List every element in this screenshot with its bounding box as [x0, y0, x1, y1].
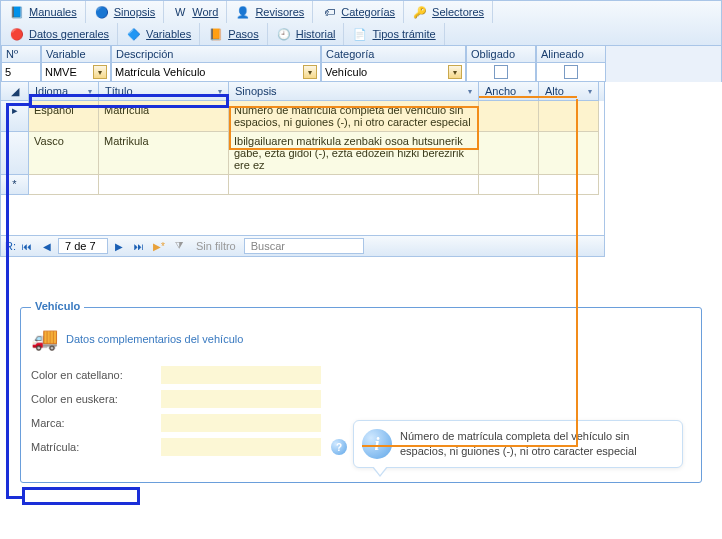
cell-titulo[interactable]: Matrikula	[99, 132, 229, 175]
truck-icon: 🚚	[31, 326, 58, 352]
section-subtitle: Datos complementarios del vehículo	[66, 333, 243, 345]
gh-titulo[interactable]: Título▾	[99, 82, 229, 101]
historial-icon: 🕘	[276, 26, 292, 42]
combo-categoria[interactable]: Vehículo▾	[322, 63, 465, 81]
toolbar-pasos[interactable]: 📙Pasos	[200, 23, 268, 45]
input-no[interactable]	[2, 63, 40, 81]
nav-position[interactable]: 7 de 7	[58, 238, 108, 254]
toolbar-selectores[interactable]: 🔑Selectores	[404, 1, 493, 23]
annotation-line	[6, 103, 30, 106]
combo-variable[interactable]: NMVE▾	[42, 63, 110, 81]
info-icon: i	[362, 429, 392, 459]
annotation-line	[6, 103, 9, 498]
selectores-icon: 🔑	[412, 4, 428, 20]
toolbar-revisores[interactable]: 👤Revisores	[227, 1, 313, 23]
cell-ancho[interactable]	[479, 132, 539, 175]
toolbar-datos-generales[interactable]: 🔴Datos generales	[1, 23, 118, 45]
gh-ancho[interactable]: Ancho▾	[479, 82, 539, 101]
col-variable[interactable]: Variable	[41, 46, 111, 63]
col-categoria[interactable]: Categoría	[321, 46, 466, 63]
categorías-icon: 🏷	[321, 4, 337, 20]
input-color-eu[interactable]	[161, 390, 321, 408]
toolbar-word[interactable]: WWord	[164, 1, 227, 23]
input-marca[interactable]	[161, 414, 321, 432]
filter-icon[interactable]: ⧩	[170, 238, 188, 254]
nav-last-icon[interactable]: ⏭	[130, 238, 148, 254]
toolbar-sinopsis[interactable]: 🔵Sinopsis	[86, 1, 165, 23]
label-marca: Marca:	[31, 417, 161, 429]
col-obligado[interactable]: Obligado	[466, 46, 536, 63]
vehiculo-fieldset: Vehículo 🚚 Datos complementarios del veh…	[20, 307, 702, 483]
tooltip-callout: i Número de matrícula completa del vehíc…	[353, 420, 683, 468]
label-color-eu: Color en euskera:	[31, 393, 161, 405]
table-row-new[interactable]: *	[1, 175, 604, 195]
filter-label: Sin filtro	[196, 240, 236, 252]
sinopsis-icon: 🔵	[94, 4, 110, 20]
cell-ancho[interactable]	[479, 101, 539, 132]
manuales-icon: 📘	[9, 4, 25, 20]
table-row[interactable]: ▸EspañolMatrículaNúmero de matrícula com…	[1, 101, 604, 132]
chevron-down-icon[interactable]: ▾	[448, 65, 462, 79]
grid: ◢ Idioma▾ Título▾ Sinopsis▾ Ancho▾ Alto▾…	[0, 82, 605, 236]
checkbox-obligado[interactable]	[494, 65, 508, 79]
cell-alto[interactable]	[539, 132, 599, 175]
nav-new-icon[interactable]: ▶*	[150, 238, 168, 254]
chevron-down-icon[interactable]: ▾	[303, 65, 317, 79]
nav-first-icon[interactable]: ⏮	[18, 238, 36, 254]
label-matricula: Matrícula:	[31, 441, 161, 453]
gh-sinopsis[interactable]: Sinopsis▾	[229, 82, 479, 101]
input-matricula[interactable]	[161, 438, 321, 456]
annotation-line	[6, 496, 24, 499]
toolbar-manuales[interactable]: 📘Manuales	[1, 1, 86, 23]
cell-sinopsis[interactable]: Ibilgailuaren matrikula zenbaki osoa hut…	[229, 132, 479, 175]
chevron-down-icon[interactable]: ▾	[93, 65, 107, 79]
toolbar: 📘Manuales🔵SinopsisWWord👤Revisores🏷Catego…	[0, 0, 722, 46]
combo-descripcion[interactable]: Matrícula Vehículo▾	[112, 63, 320, 81]
toolbar-variables[interactable]: 🔷Variables	[118, 23, 200, 45]
field-value-row: NMVE▾ Matrícula Vehículo▾ Vehículo▾	[0, 63, 722, 82]
fieldset-legend: Vehículo	[31, 300, 84, 312]
col-alineado[interactable]: Alineado	[536, 46, 606, 63]
gh-alto[interactable]: Alto▾	[539, 82, 599, 101]
cell-idioma[interactable]: Vasco	[29, 132, 99, 175]
cell-alto[interactable]	[539, 101, 599, 132]
col-descripcion[interactable]: Descripción	[111, 46, 321, 63]
pasos-icon: 📙	[208, 26, 224, 42]
toolbar-historial[interactable]: 🕘Historial	[268, 23, 345, 45]
record-navigator: R: ⏮ ◀ 7 de 7 ▶ ⏭ ▶* ⧩ Sin filtro Buscar	[0, 236, 605, 257]
word-icon: W	[172, 4, 188, 20]
cell-idioma[interactable]: Español	[29, 101, 99, 132]
tooltip-text: Número de matrícula completa del vehícul…	[400, 429, 672, 459]
variables-icon: 🔷	[126, 26, 142, 42]
cell-titulo[interactable]: Matrícula	[99, 101, 229, 132]
nav-next-icon[interactable]: ▶	[110, 238, 128, 254]
nav-prev-icon[interactable]: ◀	[38, 238, 56, 254]
cell-sinopsis[interactable]: Número de matrícula completa del vehícul…	[229, 101, 479, 132]
col-no[interactable]: Nº	[1, 46, 41, 63]
gh-idioma[interactable]: Idioma▾	[29, 82, 99, 101]
help-icon[interactable]: ?	[331, 439, 347, 455]
label-color-es: Color en catellano:	[31, 369, 161, 381]
field-header-row: Nº Variable Descripción Categoría Obliga…	[0, 46, 722, 63]
toolbar-categorías[interactable]: 🏷Categorías	[313, 1, 404, 23]
tipos trámite-icon: 📄	[352, 26, 368, 42]
checkbox-alineado[interactable]	[564, 65, 578, 79]
input-color-es[interactable]	[161, 366, 321, 384]
datos generales-icon: 🔴	[9, 26, 25, 42]
table-row[interactable]: VascoMatrikulaIbilgailuaren matrikula ze…	[1, 132, 604, 175]
row-selector-header[interactable]: ◢	[1, 82, 29, 101]
annotation-line	[576, 99, 578, 447]
search-input[interactable]: Buscar	[244, 238, 364, 254]
toolbar-tipos-trámite[interactable]: 📄Tipos trámite	[344, 23, 444, 45]
revisores-icon: 👤	[235, 4, 251, 20]
